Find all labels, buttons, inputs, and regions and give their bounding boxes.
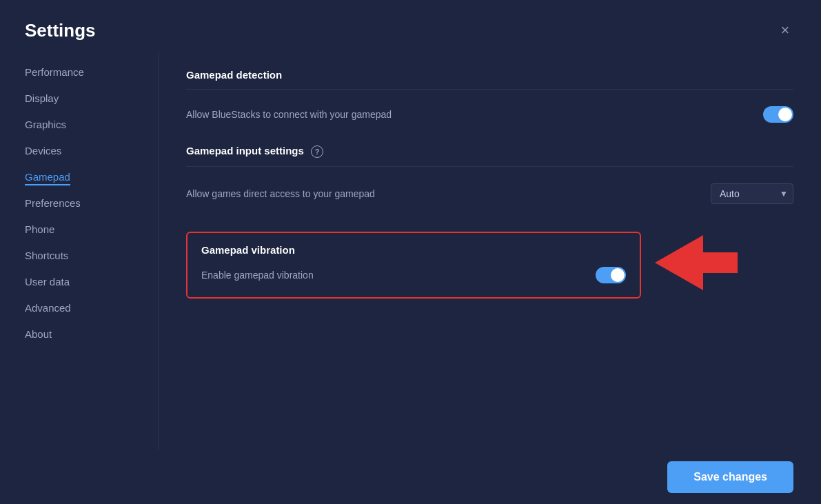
dialog-header: Settings ×	[0, 0, 821, 52]
gamepad-vibration-toggle[interactable]	[596, 267, 626, 283]
gamepad-input-title: Gamepad input settings ?	[186, 145, 793, 158]
gamepad-input-dropdown[interactable]: Auto On Off	[711, 183, 793, 204]
gamepad-detection-label: Allow BlueStacks to connect with your ga…	[186, 109, 392, 120]
section-divider-2	[186, 166, 793, 167]
sidebar-item-shortcuts[interactable]: Shortcuts	[0, 243, 158, 269]
dropdown-wrapper: Auto On Off ▼	[711, 183, 793, 204]
sidebar-item-devices[interactable]: Devices	[0, 138, 158, 164]
dialog-footer: Save changes	[0, 450, 821, 504]
sidebar-item-user-data[interactable]: User data	[0, 269, 158, 295]
sidebar-item-about[interactable]: About	[0, 321, 158, 347]
info-icon[interactable]: ?	[311, 145, 323, 158]
vibration-container: Gamepad vibration Enable gamepad vibrati…	[186, 226, 793, 299]
gamepad-detection-section: Gamepad detection Allow BlueStacks to co…	[186, 69, 793, 125]
sidebar-item-phone[interactable]: Phone	[0, 216, 158, 243]
gamepad-input-row: Allow games direct access to your gamepa…	[186, 181, 793, 207]
toggle-track	[763, 106, 793, 123]
sidebar-item-preferences[interactable]: Preferences	[0, 190, 158, 216]
sidebar-item-graphics[interactable]: Graphics	[0, 112, 158, 138]
gamepad-vibration-row: Enable gamepad vibration	[201, 264, 626, 286]
sidebar-item-gamepad[interactable]: Gamepad	[0, 164, 158, 190]
dialog-body: Performance Display Graphics Devices Gam…	[0, 52, 821, 450]
section-divider	[186, 89, 793, 90]
settings-dialog: Settings × Performance Display Graphics …	[0, 0, 821, 504]
sidebar-item-advanced[interactable]: Advanced	[0, 295, 158, 321]
gamepad-vibration-label: Enable gamepad vibration	[201, 270, 314, 281]
save-button[interactable]: Save changes	[667, 461, 793, 493]
gamepad-detection-toggle[interactable]	[763, 106, 793, 123]
gamepad-input-label: Allow games direct access to your gamepa…	[186, 188, 375, 199]
gamepad-detection-title: Gamepad detection	[186, 69, 793, 81]
main-content: Gamepad detection Allow BlueStacks to co…	[159, 52, 821, 450]
dialog-title: Settings	[25, 20, 96, 41]
red-arrow-icon	[655, 235, 738, 290]
vibration-toggle-track	[596, 267, 626, 283]
sidebar-item-performance[interactable]: Performance	[0, 59, 158, 85]
gamepad-vibration-section: Gamepad vibration Enable gamepad vibrati…	[186, 232, 641, 299]
sidebar: Performance Display Graphics Devices Gam…	[0, 52, 159, 450]
gamepad-vibration-title: Gamepad vibration	[201, 244, 626, 256]
gamepad-detection-row: Allow BlueStacks to connect with your ga…	[186, 103, 793, 125]
red-arrow-container	[655, 235, 738, 290]
close-button[interactable]: ×	[774, 19, 796, 41]
svg-marker-0	[655, 235, 738, 290]
vibration-toggle-thumb	[611, 268, 625, 282]
sidebar-item-display[interactable]: Display	[0, 85, 158, 112]
toggle-thumb	[778, 108, 792, 121]
gamepad-input-section: Gamepad input settings ? Allow games dir…	[186, 145, 793, 207]
